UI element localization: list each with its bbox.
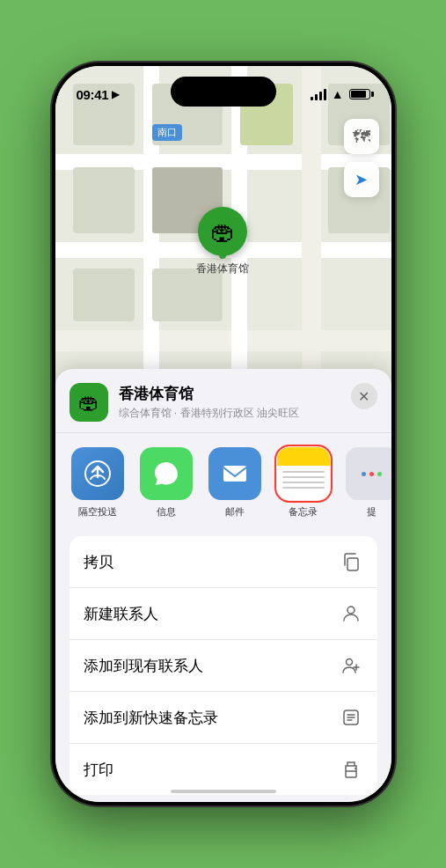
- share-item-notes[interactable]: 备忘录: [275, 447, 332, 519]
- airdrop-icon: [71, 447, 124, 500]
- signal-bar-4: [324, 89, 326, 100]
- wifi-icon: ▲: [332, 87, 344, 101]
- close-icon: ✕: [358, 388, 369, 405]
- action-add-existing[interactable]: 添加到现有联系人: [69, 640, 377, 692]
- share-item-airdrop[interactable]: 隔空投送: [69, 447, 126, 519]
- signal-bar-3: [319, 92, 322, 100]
- signal-bar-1: [311, 97, 313, 100]
- print-icon: [339, 757, 363, 782]
- notes-lines: [277, 466, 330, 500]
- more-icon: [346, 447, 391, 500]
- sheet-header: 🏟 香港体育馆 综合体育馆 · 香港特别行政区 油尖旺区 ✕: [55, 369, 391, 433]
- map-block: [73, 167, 135, 233]
- battery-fill: [351, 91, 366, 98]
- bottom-sheet: 🏟 香港体育馆 综合体育馆 · 香港特别行政区 油尖旺区 ✕: [55, 369, 391, 802]
- share-item-mail[interactable]: 邮件: [207, 447, 263, 519]
- copy-icon: [339, 549, 363, 574]
- location-arrow-icon: ▶: [112, 88, 120, 100]
- signal-bar-2: [315, 94, 318, 100]
- action-copy[interactable]: 拷贝: [69, 536, 377, 588]
- action-add-existing-label: 添加到现有联系人: [84, 656, 203, 676]
- stadium-pin[interactable]: 🏟 香港体育馆: [196, 207, 249, 276]
- svg-rect-6: [346, 771, 356, 777]
- notes-line: [282, 482, 325, 483]
- status-time: 09:41: [77, 87, 109, 102]
- home-indicator: [171, 790, 276, 793]
- location-icon: ➤: [355, 170, 368, 189]
- location-button[interactable]: ➤: [344, 162, 379, 197]
- more-label: 提: [367, 505, 377, 519]
- action-quick-note-label: 添加到新快速备忘录: [84, 708, 218, 728]
- action-quick-note[interactable]: 添加到新快速备忘录: [69, 692, 377, 744]
- map-block: [73, 268, 135, 321]
- map-label-tag: 南口: [152, 124, 182, 141]
- action-list: 拷贝 新建联系人: [69, 536, 377, 795]
- messages-label: 信息: [157, 505, 176, 519]
- notes-line: [282, 476, 325, 478]
- messages-icon: [140, 447, 193, 500]
- mail-icon: [208, 447, 261, 500]
- phone-frame: 09:41 ▶ ▲: [52, 63, 395, 805]
- svg-point-4: [346, 659, 352, 666]
- venue-info: 香港体育馆 综合体育馆 · 香港特别行政区 油尖旺区: [119, 384, 377, 421]
- action-print[interactable]: 打印: [69, 744, 377, 795]
- action-new-contact-label: 新建联系人: [84, 604, 158, 624]
- action-print-label: 打印: [84, 760, 113, 780]
- svg-rect-2: [347, 558, 358, 570]
- share-row: 隔空投送 信息: [55, 433, 391, 529]
- dynamic-island: [171, 77, 276, 107]
- map-block: [152, 268, 223, 321]
- pin-circle: 🏟: [198, 207, 247, 256]
- map-type-icon: 🗺: [353, 127, 370, 147]
- svg-point-3: [347, 607, 355, 614]
- signal-bars: [311, 89, 326, 100]
- map-road-main: [55, 330, 391, 351]
- action-new-contact[interactable]: 新建联系人: [69, 588, 377, 640]
- phone-screen: 09:41 ▶ ▲: [55, 66, 391, 802]
- battery-icon: [349, 89, 370, 99]
- notes-label: 备忘录: [289, 505, 318, 519]
- notes-icon: [277, 447, 330, 500]
- svg-point-7: [355, 768, 356, 769]
- status-icons: ▲: [311, 87, 370, 101]
- person-icon: [339, 601, 363, 626]
- close-button[interactable]: ✕: [351, 383, 377, 409]
- map-type-button[interactable]: 🗺: [344, 119, 379, 154]
- svg-rect-1: [223, 466, 246, 482]
- airdrop-label: 隔空投送: [78, 505, 117, 519]
- map-label-text: 南口: [157, 127, 177, 137]
- notes-line: [282, 471, 325, 473]
- mail-label: 邮件: [225, 505, 245, 519]
- venue-subtitle: 综合体育馆 · 香港特别行政区 油尖旺区: [119, 406, 377, 421]
- venue-pin-label: 香港体育馆: [196, 261, 249, 276]
- map-controls: 🗺 ➤: [344, 119, 379, 204]
- notes-line: [282, 487, 325, 489]
- pin-dot: [219, 252, 226, 259]
- note-icon: [339, 705, 363, 730]
- venue-icon: 🏟: [69, 383, 108, 422]
- person-add-icon: [339, 653, 363, 678]
- share-item-messages[interactable]: 信息: [138, 447, 194, 519]
- share-item-more[interactable]: 提: [344, 447, 391, 519]
- venue-name: 香港体育馆: [119, 384, 377, 404]
- action-copy-label: 拷贝: [84, 552, 113, 572]
